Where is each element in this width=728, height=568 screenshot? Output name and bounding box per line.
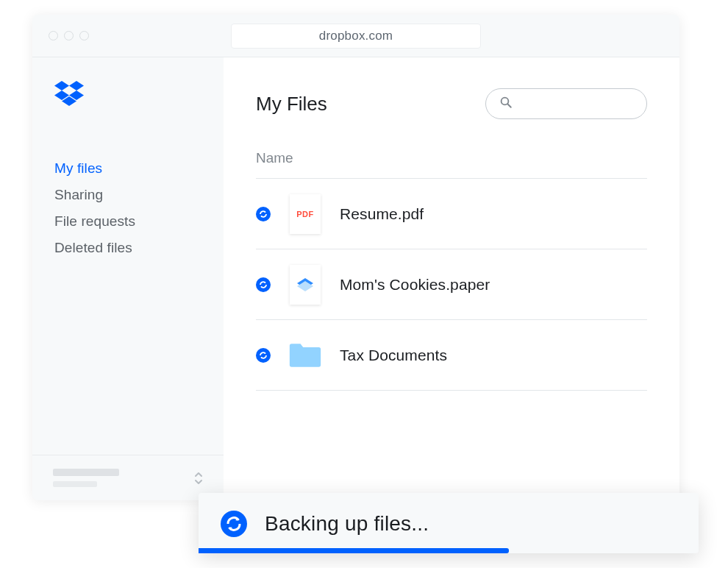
sync-icon: [256, 348, 271, 363]
file-type-icon: PDF: [288, 194, 322, 235]
sync-icon: [256, 277, 271, 292]
sidebar-item-file-requests[interactable]: File requests: [54, 213, 201, 230]
browser-chrome: dropbox.com: [32, 15, 679, 57]
sidebar-item-label: Sharing: [54, 187, 103, 202]
page-title: My Files: [256, 93, 327, 116]
browser-window: dropbox.com My files Sharing File: [32, 15, 679, 500]
pdf-label: PDF: [296, 210, 314, 219]
backup-status-toast: Backing up files...: [199, 493, 699, 553]
url-text: dropbox.com: [319, 29, 393, 43]
file-type-icon: [288, 264, 322, 305]
search-input[interactable]: [485, 88, 647, 119]
file-row[interactable]: Tax Documents: [256, 320, 647, 391]
url-bar[interactable]: dropbox.com: [231, 24, 481, 49]
folder-icon: [288, 335, 322, 376]
traffic-light-minimize[interactable]: [64, 31, 74, 40]
dropbox-logo-icon[interactable]: [54, 81, 201, 109]
svg-line-6: [507, 104, 511, 107]
svg-marker-0: [54, 81, 69, 90]
sidebar-nav: My files Sharing File requests Deleted f…: [54, 160, 201, 256]
toast-message: Backing up files...: [265, 512, 429, 536]
traffic-light-close[interactable]: [49, 31, 58, 40]
pdf-icon: PDF: [290, 194, 321, 234]
file-name: Resume.pdf: [340, 205, 424, 223]
sync-icon: [256, 207, 271, 221]
sidebar: My files Sharing File requests Deleted f…: [32, 57, 224, 500]
traffic-lights: [49, 31, 89, 40]
sidebar-item-my-files[interactable]: My files: [54, 160, 201, 177]
sidebar-item-label: My files: [54, 160, 102, 176]
sidebar-footer: [32, 455, 224, 500]
sidebar-item-label: Deleted files: [54, 240, 132, 255]
svg-point-12: [221, 511, 247, 537]
sidebar-item-deleted-files[interactable]: Deleted files: [54, 240, 201, 256]
toast-content: Backing up files...: [221, 511, 677, 537]
sync-icon: [221, 511, 247, 537]
sidebar-item-label: File requests: [54, 213, 135, 229]
traffic-light-zoom[interactable]: [79, 31, 89, 40]
main-content: My Files Name PDF Resume.pdf: [224, 57, 679, 500]
file-row[interactable]: Mom's Cookies.paper: [256, 249, 647, 320]
file-name: Mom's Cookies.paper: [340, 276, 490, 294]
svg-point-7: [256, 207, 271, 221]
file-name: Tax Documents: [340, 347, 447, 364]
search-icon: [499, 96, 513, 112]
sidebar-item-sharing[interactable]: Sharing: [54, 187, 201, 203]
paper-icon: [290, 265, 321, 305]
account-updown-icon[interactable]: [194, 472, 203, 485]
main-header: My Files: [256, 88, 647, 119]
progress-track: [199, 548, 699, 553]
progress-bar: [199, 548, 509, 553]
account-name-placeholder: [53, 469, 119, 476]
account-email-placeholder: [53, 481, 97, 487]
svg-point-11: [256, 348, 271, 363]
app-body: My files Sharing File requests Deleted f…: [32, 57, 679, 500]
file-row[interactable]: PDF Resume.pdf: [256, 179, 647, 249]
svg-marker-1: [69, 81, 84, 90]
column-header-name[interactable]: Name: [256, 150, 647, 179]
account-switcher[interactable]: [53, 469, 194, 487]
svg-point-8: [256, 277, 271, 292]
